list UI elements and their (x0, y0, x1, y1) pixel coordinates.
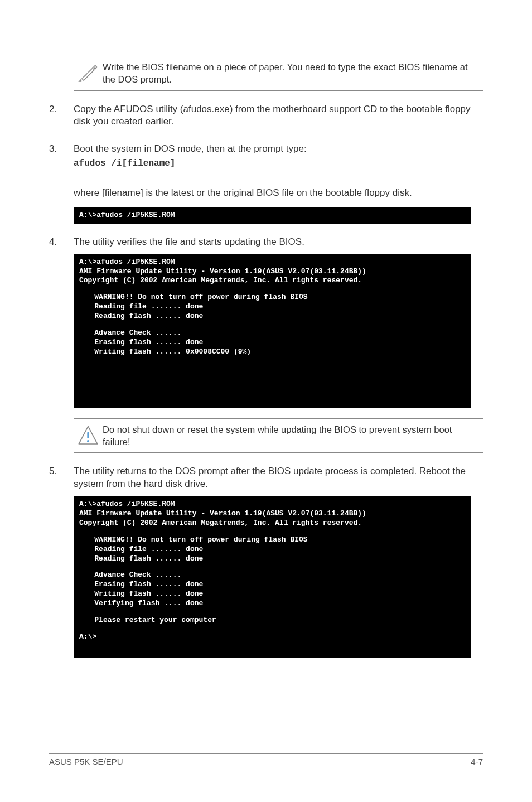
term3-line5: Reading file ....... done (79, 545, 465, 554)
step-3-number: 3. (49, 143, 74, 179)
term2-line5: Reading file ....... done (79, 302, 465, 312)
warning-text: Do not shut down or reset the system whi… (103, 423, 480, 448)
step-4-number: 4. (49, 236, 74, 251)
term2-line7: Advance Check ...... (79, 328, 465, 338)
term3-line10: Verifying flash .... done (79, 599, 465, 608)
step-4: 4. The utility verifies the file and sta… (49, 236, 483, 251)
terminal-block-2: A:\>afudos /iP5KSE.ROMAMI Firmware Updat… (74, 254, 471, 408)
page-footer: ASUS P5K SE/EPU 4-7 (49, 753, 483, 767)
terminal-block-3: A:\>afudos /iP5KSE.ROMAMI Firmware Updat… (74, 496, 471, 658)
step-4-text: The utility verifies the file and starts… (74, 236, 483, 249)
term2-line4: WARNING!! Do not turn off power during f… (79, 293, 465, 302)
term2-line8: Erasing flash ...... done (79, 338, 465, 347)
term2-line3: Copyright (C) 2002 American Megatrends, … (79, 276, 465, 286)
step-2: 2. Copy the AFUDOS utility (afudos.exe) … (49, 103, 483, 131)
terminal-block-1: A:\>afudos /iP5KSE.ROM (74, 207, 471, 224)
term3-line11: Please restart your computer (79, 616, 465, 625)
step-5-text: The utility returns to the DOS prompt af… (74, 465, 483, 491)
pencil-icon (74, 61, 103, 83)
footer-right: 4-7 (471, 756, 483, 767)
term3-line1: A:\>afudos /iP5KSE.ROM (79, 500, 465, 509)
warning-box: Do not shut down or reset the system whi… (74, 418, 483, 453)
term3-line3: Copyright (C) 2002 American Megatrends, … (79, 519, 465, 528)
step-3-post-text: where [filename] is the latest or the or… (74, 187, 483, 200)
term2-line1: A:\>afudos /iP5KSE.ROM (79, 258, 465, 267)
step-3: 3. Boot the system in DOS mode, then at … (49, 143, 483, 179)
step-3-command: afudos /i[filename] (74, 158, 483, 170)
term3-line6: Reading flash ...... done (79, 554, 465, 564)
term1-line1: A:\>afudos /iP5KSE.ROM (79, 211, 465, 220)
svg-point-1 (87, 440, 89, 442)
step-5: 5. The utility returns to the DOS prompt… (49, 465, 483, 493)
term2-line2: AMI Firmware Update Utility - Version 1.… (79, 267, 465, 277)
term3-line2: AMI Firmware Update Utility - Version 1.… (79, 509, 465, 519)
warning-icon (74, 423, 103, 447)
note-box: Write the BIOS filename on a piece of pa… (74, 56, 483, 91)
term3-line9: Writing flash ...... done (79, 590, 465, 599)
step-5-number: 5. (49, 465, 74, 493)
term3-line7: Advance Check ...... (79, 571, 465, 580)
svg-rect-0 (87, 432, 89, 438)
step-2-number: 2. (49, 103, 74, 131)
term2-line6: Reading flash ...... done (79, 312, 465, 321)
step-2-text: Copy the AFUDOS utility (afudos.exe) fro… (74, 103, 483, 129)
footer-left: ASUS P5K SE/EPU (49, 756, 123, 767)
note-text: Write the BIOS filename on a piece of pa… (103, 61, 480, 86)
term3-line4: WARNING!! Do not turn off power during f… (79, 535, 465, 545)
term2-line9: Writing flash ...... 0x0008CC00 (9%) (79, 347, 465, 357)
term3-line8: Erasing flash ...... done (79, 580, 465, 590)
term3-line12: A:\> (79, 632, 465, 642)
step-3-text: Boot the system in DOS mode, then at the… (74, 143, 483, 156)
